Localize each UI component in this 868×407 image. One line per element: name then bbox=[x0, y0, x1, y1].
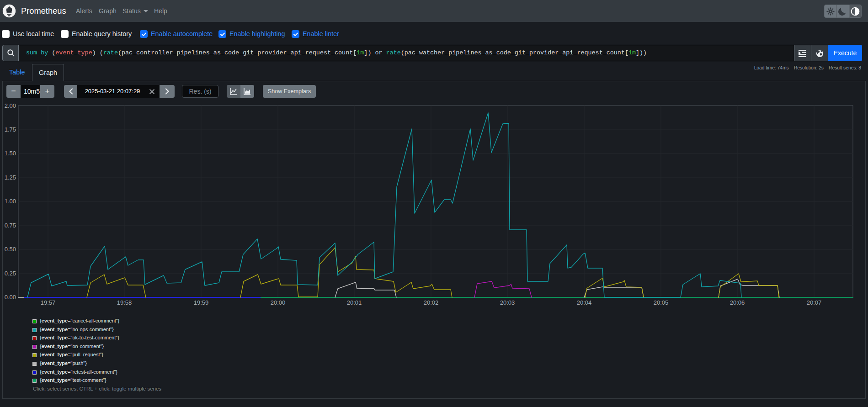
svg-text:20:06: 20:06 bbox=[730, 299, 745, 306]
svg-text:19:58: 19:58 bbox=[117, 299, 132, 306]
svg-text:20:00: 20:00 bbox=[271, 299, 286, 306]
svg-text:19:57: 19:57 bbox=[41, 299, 56, 306]
svg-text:20:04: 20:04 bbox=[577, 299, 592, 306]
svg-text:20:01: 20:01 bbox=[347, 299, 362, 306]
svg-text:20:02: 20:02 bbox=[424, 299, 439, 306]
svg-text:20:03: 20:03 bbox=[500, 299, 515, 306]
svg-text:1.25: 1.25 bbox=[5, 174, 16, 181]
svg-text:20:05: 20:05 bbox=[654, 299, 669, 306]
svg-text:0.00: 0.00 bbox=[5, 294, 16, 301]
svg-text:19:59: 19:59 bbox=[194, 299, 209, 306]
svg-text:2.00: 2.00 bbox=[5, 102, 16, 109]
svg-text:1.50: 1.50 bbox=[5, 150, 16, 157]
svg-text:1.75: 1.75 bbox=[5, 126, 16, 133]
svg-text:0.50: 0.50 bbox=[5, 246, 16, 253]
svg-text:0.75: 0.75 bbox=[5, 222, 16, 229]
svg-text:0.25: 0.25 bbox=[5, 270, 16, 277]
svg-text:1.00: 1.00 bbox=[5, 198, 16, 205]
svg-text:20:07: 20:07 bbox=[807, 299, 822, 306]
